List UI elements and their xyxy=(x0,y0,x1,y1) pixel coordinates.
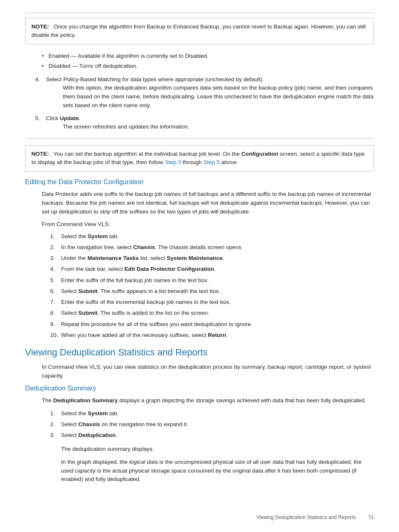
step5-num: 5. xyxy=(35,114,46,123)
subsection-dedup-summary: Deduplication Summary The Deduplication … xyxy=(25,385,374,484)
bottom-note-text-after: above. xyxy=(220,159,238,165)
sub-para1-after: displays a graph depicting the storage s… xyxy=(118,397,366,403)
s6-bold: Submit xyxy=(78,288,97,294)
section1-heading: Editing the Data Protector Configuration xyxy=(25,178,374,186)
bottom-note-bold1: Configuration xyxy=(241,151,278,157)
bottom-note-link1[interactable]: Step 3 xyxy=(165,159,181,165)
ss3-num: 3. xyxy=(50,431,61,439)
footer-section-label: Viewing Deduplication Statistics and Rep… xyxy=(256,514,356,520)
s1-num: 1. xyxy=(50,232,61,241)
step5-text: Click Update. xyxy=(46,114,81,123)
section2-heading: Viewing Deduplication Statistics and Rep… xyxy=(25,347,374,358)
s4-content: From the task bar, select Edit Data Prot… xyxy=(61,265,374,273)
section2: Viewing Deduplication Statistics and Rep… xyxy=(25,347,374,484)
section2-para1: In Command View VLS, you can view statis… xyxy=(42,363,374,380)
list-item: Disabled — Turns off deduplication. xyxy=(42,62,374,70)
sub-para1-bold: Deduplication Summary xyxy=(53,397,118,403)
page-footer: Viewing Deduplication Statistics and Rep… xyxy=(256,514,374,520)
s6-before: Select xyxy=(61,288,78,294)
s1-bold: System xyxy=(88,233,108,239)
step4-block: 4. Select Policy-Based Matching for data… xyxy=(35,75,374,110)
s5-content: Enter the suffix of the full backup job … xyxy=(61,276,374,285)
sub-para1-before: The xyxy=(42,397,53,403)
list-item: 9. Repeat this procedure for all of the … xyxy=(50,320,374,329)
top-divider xyxy=(25,13,374,13)
bottom-note-label: NOTE: xyxy=(31,151,49,157)
ss1-content: Select the System tab. xyxy=(61,409,374,418)
list-item: 1. Select the System tab. xyxy=(50,232,374,241)
logical-data-term: logical data xyxy=(129,459,158,465)
s7-num: 7. xyxy=(50,298,61,306)
s3-num: 3. xyxy=(50,254,61,262)
list-item: 10. When you have added all of the neces… xyxy=(50,331,374,339)
ss2-bold: Chassis xyxy=(78,421,100,427)
s8-num: 8. xyxy=(50,309,61,317)
step4-row: 4. Select Policy-Based Matching for data… xyxy=(35,75,374,84)
list-item: 2. In the navigation tree, select Chassi… xyxy=(50,243,374,252)
list-item: 3. Select Deduplication. xyxy=(50,431,374,439)
s9-num: 9. xyxy=(50,320,61,329)
s7-content: Enter the suffix of the incremental back… xyxy=(61,298,374,306)
used-capacity-term: used capacity xyxy=(61,468,96,474)
bottom-note-text-mid2: through xyxy=(181,159,203,165)
step4-text: Select Policy-Based Matching for data ty… xyxy=(46,75,264,84)
step5-sub: The screen refreshes and updates the inf… xyxy=(63,123,374,131)
s2-num: 2. xyxy=(50,243,61,252)
s2-before: In the navigation tree, select xyxy=(61,244,133,250)
section1-para1: Data Protector adds one suffix to the ba… xyxy=(42,190,374,216)
top-note-label: NOTE: xyxy=(31,23,49,30)
s4-bold: Edit Data Protector Configuration xyxy=(125,266,215,272)
bottom-note-text-before: You can set the backup algorithm at the … xyxy=(54,151,241,157)
ss3-before: Select xyxy=(61,432,78,438)
list-item: 3. Under the Maintenance Tasks list, sel… xyxy=(50,254,374,262)
ss3-after: . xyxy=(116,432,118,438)
s10-after: . xyxy=(226,332,228,338)
s3-mid: list, select xyxy=(139,255,167,261)
ss3-content: Select Deduplication. xyxy=(61,431,374,439)
footer-page-number: 71 xyxy=(368,514,374,520)
subsection-heading: Deduplication Summary xyxy=(25,385,374,392)
bullet-item-2: Disabled — Turns off deduplication. xyxy=(49,63,138,69)
s3-bold: Maintenance Tasks xyxy=(87,255,139,261)
ss1-bold: System xyxy=(88,410,108,416)
s4-before: From the task bar, select xyxy=(61,266,125,272)
ss2-before: Select xyxy=(61,421,78,427)
bottom-note-link2[interactable]: Step 5 xyxy=(203,159,220,165)
ss3-bold: Deduplication xyxy=(78,432,115,438)
s2-bold: Chassis xyxy=(133,244,155,250)
s10-bold: Return xyxy=(208,332,226,338)
list-item: Enabled — Available if the algorithm is … xyxy=(42,52,374,60)
bottom-note-box: NOTE: You can set the backup algorithm a… xyxy=(25,145,374,172)
final-para: In the graph displayed, the logical data… xyxy=(61,458,374,484)
ss1-after: tab. xyxy=(108,410,119,416)
s4-num: 4. xyxy=(50,265,61,273)
bullet-item-1: Enabled — Available if the algorithm is … xyxy=(49,53,208,59)
page: NOTE: Once you change the algorithm from… xyxy=(0,0,399,532)
divider-1 xyxy=(25,138,374,139)
list-item: 2. Select Chassis on the navigation tree… xyxy=(50,420,374,429)
s6-num: 6. xyxy=(50,287,61,296)
s4-after: . xyxy=(214,266,216,272)
s10-num: 10. xyxy=(50,331,61,339)
from-command-label: From Command View VLS: xyxy=(42,220,374,229)
s8-before: Select xyxy=(61,310,78,316)
s1-content: Select the System tab. xyxy=(61,232,374,241)
ss2-num: 2. xyxy=(50,420,61,429)
subsection-steps: 1. Select the System tab. 2. Select Chas… xyxy=(50,409,374,440)
ss2-after: on the navigation tree to expand it. xyxy=(100,421,188,427)
s3-before: Under the xyxy=(61,255,87,261)
step5-block: 5. Click Update. The screen refreshes an… xyxy=(35,114,374,131)
list-item: 1. Select the System tab. xyxy=(50,409,374,418)
s6-content: Select Submit. The suffix appears in a l… xyxy=(61,287,374,296)
step4-num: 4. xyxy=(35,75,46,84)
step3-sub-text: The deduplication summary displays. xyxy=(61,445,374,454)
list-item: 8. Select Submit. The suffix is added to… xyxy=(50,309,374,317)
s2-after: . The chassis details screen opens xyxy=(155,244,241,250)
list-item: 4. From the task bar, select Edit Data P… xyxy=(50,265,374,273)
step4-sub: With this option, the deduplication algo… xyxy=(63,84,374,110)
subsection-para1: The Deduplication Summary displays a gra… xyxy=(42,396,374,405)
section1-steps: 1. Select the System tab. 2. In the navi… xyxy=(50,232,374,340)
bullet-list: Enabled — Available if the algorithm is … xyxy=(42,52,374,71)
list-item: 6. Select Submit. The suffix appears in … xyxy=(50,287,374,296)
top-note-box: NOTE: Once you change the algorithm from… xyxy=(25,18,374,44)
